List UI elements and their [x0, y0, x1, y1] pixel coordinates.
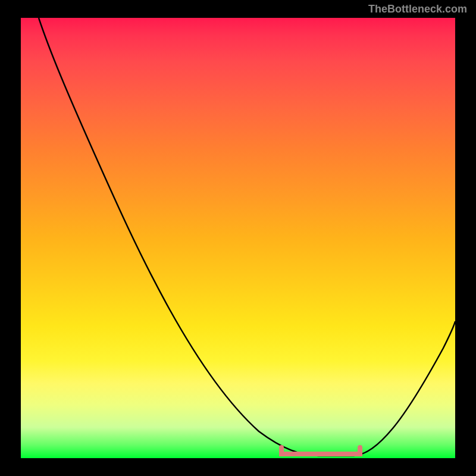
- chart-svg: [21, 18, 455, 458]
- chart-area: [21, 18, 455, 458]
- watermark-text: TheBottleneck.com: [368, 3, 467, 15]
- bottleneck-curve-line: [39, 18, 455, 456]
